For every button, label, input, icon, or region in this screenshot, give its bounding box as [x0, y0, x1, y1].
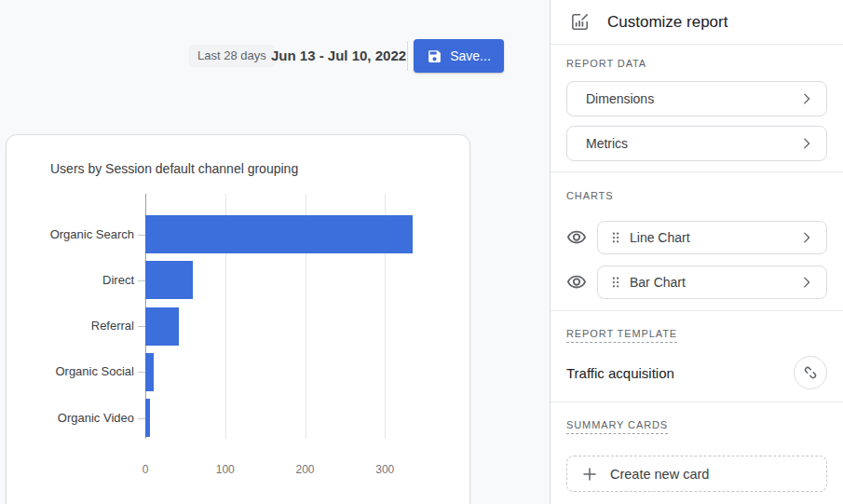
chart-title: Users by Session default channel groupin… — [50, 161, 298, 176]
panel-title: Customize report — [607, 13, 727, 32]
y-axis-tick — [138, 418, 145, 419]
y-axis-tick — [138, 235, 145, 236]
category-label: Organic Video — [7, 411, 134, 426]
date-preset-chip[interactable]: Last 28 days — [189, 45, 275, 67]
y-axis-tick — [138, 280, 145, 281]
category-label: Organic Social — [7, 364, 134, 379]
y-axis-tick — [138, 326, 145, 327]
customize-report-panel: Customize report REPORT DATA Dimensions … — [550, 0, 843, 504]
category-label: Organic Search — [7, 227, 134, 242]
category-label: Direct — [7, 273, 134, 288]
visibility-eye-icon[interactable] — [566, 227, 587, 248]
x-tick-label: 200 — [295, 463, 314, 476]
report-data-label: REPORT DATA — [566, 58, 646, 69]
charts-label: CHARTS — [566, 190, 613, 201]
template-name: Traffic acquisition — [566, 365, 674, 381]
create-new-card-button[interactable]: Create new card — [566, 456, 827, 492]
save-button[interactable]: Save... — [414, 39, 504, 73]
drag-handle-icon[interactable] — [607, 229, 624, 246]
save-icon — [427, 48, 442, 64]
plus-icon — [581, 466, 598, 483]
section-charts: CHARTS Line Chart — [551, 172, 843, 299]
unlink-template-button[interactable] — [794, 356, 827, 389]
dimensions-row[interactable]: Dimensions — [566, 81, 827, 116]
bar-chart-label: Bar Chart — [630, 275, 798, 290]
x-tick-label: 100 — [216, 463, 235, 476]
panel-header: Customize report — [551, 0, 843, 44]
line-chart-box[interactable]: Line Chart — [597, 221, 827, 254]
line-chart-row: Line Chart — [566, 221, 827, 254]
unlink-icon — [801, 363, 820, 382]
bar-organic-social — [145, 353, 154, 391]
save-button-label: Save... — [450, 48, 491, 63]
line-chart-label: Line Chart — [630, 230, 798, 245]
section-summary-cards: SUMMARY CARDS Create new card — [551, 402, 843, 492]
toolbar-divider — [407, 41, 408, 71]
report-template-label: REPORT TEMPLATE — [566, 328, 677, 343]
dimensions-label: Dimensions — [586, 91, 798, 106]
bar-chart-row: Bar Chart — [566, 266, 827, 299]
chevron-right-icon — [798, 229, 815, 246]
customize-report-icon — [569, 11, 591, 33]
bar-chart-box[interactable]: Bar Chart — [597, 266, 827, 299]
category-label: Referral — [7, 319, 134, 334]
metrics-label: Metrics — [586, 136, 798, 151]
visibility-eye-icon[interactable] — [566, 272, 587, 293]
create-new-card-label: Create new card — [610, 467, 709, 482]
y-axis-tick — [138, 372, 145, 373]
report-chart-card: Users by Session default channel groupin… — [6, 134, 470, 504]
bar-organic-search — [145, 215, 413, 253]
chevron-right-icon — [798, 90, 815, 107]
drag-handle-icon[interactable] — [607, 274, 624, 291]
metrics-row[interactable]: Metrics — [566, 126, 827, 161]
bar-direct — [145, 261, 193, 299]
template-row: Traffic acquisition — [566, 356, 827, 389]
bar-referral — [145, 307, 179, 346]
date-range-text[interactable]: Jun 13 - Jul 10, 2022 — [271, 48, 406, 63]
summary-cards-label: SUMMARY CARDS — [566, 419, 668, 434]
chevron-right-icon — [798, 274, 815, 291]
bar-chart-plot-area — [145, 194, 465, 439]
section-report-template: REPORT TEMPLATE Traffic acquisition — [551, 311, 843, 389]
chevron-right-icon — [798, 135, 815, 152]
toolbar: Last 28 days Jun 13 - Jul 10, 2022 Save.… — [0, 0, 550, 102]
x-tick-label: 300 — [375, 463, 394, 476]
x-tick-label: 0 — [143, 463, 149, 476]
section-report-data: REPORT DATA Dimensions Metrics — [551, 45, 843, 161]
bar-organic-video — [145, 399, 150, 437]
